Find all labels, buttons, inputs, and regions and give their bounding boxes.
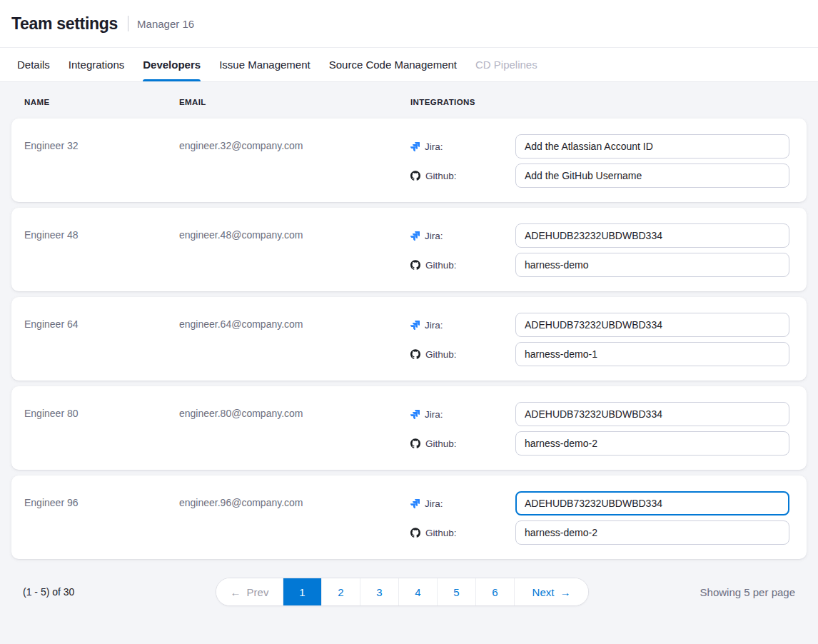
github-icon bbox=[410, 349, 420, 359]
github-icon bbox=[410, 438, 420, 448]
title-divider bbox=[128, 16, 128, 31]
github-integration-row: Github: bbox=[410, 342, 789, 366]
github-label: Github: bbox=[410, 171, 515, 181]
github-integration-row: Github: bbox=[410, 253, 789, 277]
developer-name: Engineer 32 bbox=[24, 134, 179, 191]
developer-name: Engineer 64 bbox=[24, 313, 179, 369]
github-username-input[interactable] bbox=[515, 431, 789, 456]
next-page-button[interactable]: Next → bbox=[514, 578, 588, 605]
developer-name: Engineer 80 bbox=[24, 402, 179, 458]
jira-label-text: Jira: bbox=[425, 141, 443, 152]
github-username-input[interactable] bbox=[515, 163, 789, 188]
developers-panel: NAME EMAIL INTEGRATIONS Engineer 32 engi… bbox=[0, 82, 818, 606]
developer-email: engineer.32@company.com bbox=[179, 134, 410, 191]
page-button-3[interactable]: 3 bbox=[360, 578, 398, 605]
github-label-text: Github: bbox=[425, 349, 457, 360]
integrations-cell: Jira: Github: bbox=[410, 491, 789, 548]
tab-details[interactable]: Details bbox=[17, 48, 50, 81]
jira-integration-row: Jira: bbox=[410, 313, 789, 337]
column-header-name: NAME bbox=[24, 98, 179, 106]
github-label-text: Github: bbox=[425, 438, 457, 449]
developer-name: Engineer 96 bbox=[24, 491, 179, 548]
integrations-cell: Jira: Github: bbox=[410, 402, 789, 458]
github-integration-row: Github: bbox=[410, 431, 789, 456]
developer-email: engineer.64@company.com bbox=[179, 313, 410, 369]
tab-cd-pipelines: CD Pipelines bbox=[475, 48, 537, 81]
jira-icon bbox=[410, 231, 420, 241]
github-label: Github: bbox=[410, 349, 515, 360]
pagination-bar: (1 - 5) of 30 ← Prev 1 2 3 4 5 6 Next → … bbox=[11, 559, 807, 606]
integrations-cell: Jira: Github: bbox=[410, 313, 789, 369]
right-arrow-icon: → bbox=[560, 586, 570, 598]
jira-label: Jira: bbox=[410, 141, 515, 152]
table-row: Engineer 48 engineer.48@company.com Jira… bbox=[11, 208, 807, 291]
next-label: Next bbox=[532, 586, 555, 598]
jira-account-id-input[interactable] bbox=[515, 402, 789, 426]
jira-account-id-input[interactable] bbox=[515, 313, 789, 337]
jira-icon bbox=[410, 410, 420, 419]
page-button-4[interactable]: 4 bbox=[398, 578, 437, 605]
github-username-input[interactable] bbox=[515, 520, 789, 545]
jira-label: Jira: bbox=[410, 409, 515, 420]
github-username-input[interactable] bbox=[515, 253, 789, 277]
jira-label-text: Jira: bbox=[425, 409, 443, 420]
table-row: Engineer 32 engineer.32@company.com Jira… bbox=[11, 119, 807, 202]
column-header-email: EMAIL bbox=[179, 98, 410, 106]
page-button-2[interactable]: 2 bbox=[321, 578, 360, 605]
github-label: Github: bbox=[410, 528, 515, 538]
developer-email: engineer.48@company.com bbox=[179, 223, 410, 280]
pagination-range-text: (1 - 5) of 30 bbox=[23, 586, 216, 598]
column-header-integrations: INTEGRATIONS bbox=[410, 98, 789, 106]
tab-issue-management[interactable]: Issue Management bbox=[219, 48, 310, 81]
github-icon bbox=[410, 171, 420, 181]
jira-label-text: Jira: bbox=[425, 231, 443, 241]
tab-bar: Details Integrations Developers Issue Ma… bbox=[0, 48, 818, 82]
github-label: Github: bbox=[410, 438, 515, 449]
page-title: Team settings bbox=[11, 14, 118, 34]
page-subtitle: Manager 16 bbox=[137, 18, 194, 30]
github-label-text: Github: bbox=[425, 171, 457, 181]
tab-developers[interactable]: Developers bbox=[143, 48, 201, 81]
table-row: Engineer 64 engineer.64@company.com Jira… bbox=[11, 297, 807, 381]
pager: ← Prev 1 2 3 4 5 6 Next → bbox=[216, 578, 589, 606]
tab-integrations[interactable]: Integrations bbox=[69, 48, 124, 81]
developer-rows: Engineer 32 engineer.32@company.com Jira… bbox=[11, 119, 807, 559]
jira-account-id-input[interactable] bbox=[515, 134, 789, 159]
github-label-text: Github: bbox=[425, 528, 457, 538]
jira-label-text: Jira: bbox=[425, 320, 443, 331]
integrations-cell: Jira: Github: bbox=[410, 134, 789, 191]
left-arrow-icon: ← bbox=[231, 586, 241, 598]
jira-icon bbox=[410, 499, 420, 508]
jira-integration-row: Jira: bbox=[410, 223, 789, 248]
table-column-headers: NAME EMAIL INTEGRATIONS bbox=[11, 98, 807, 106]
developer-name: Engineer 48 bbox=[24, 223, 179, 280]
jira-label: Jira: bbox=[410, 231, 515, 241]
tab-source-code-management[interactable]: Source Code Management bbox=[329, 48, 457, 81]
prev-page-button[interactable]: ← Prev bbox=[216, 578, 283, 605]
page-button-5[interactable]: 5 bbox=[437, 578, 475, 605]
jira-icon bbox=[410, 142, 420, 151]
jira-label: Jira: bbox=[410, 320, 515, 331]
github-username-input[interactable] bbox=[515, 342, 789, 366]
developer-email: engineer.96@company.com bbox=[179, 491, 410, 548]
app-header: Team settings Manager 16 bbox=[0, 0, 818, 48]
jira-integration-row: Jira: bbox=[410, 402, 789, 426]
table-row: Engineer 96 engineer.96@company.com Jira… bbox=[11, 476, 807, 559]
jira-account-id-input-focused[interactable] bbox=[515, 491, 789, 515]
jira-integration-row: Jira: bbox=[410, 491, 789, 515]
page-button-1[interactable]: 1 bbox=[283, 578, 321, 605]
github-integration-row: Github: bbox=[410, 163, 789, 188]
jira-account-id-input[interactable] bbox=[515, 223, 789, 248]
integrations-cell: Jira: Github: bbox=[410, 223, 789, 280]
developer-email: engineer.80@company.com bbox=[179, 402, 410, 458]
jira-label-text: Jira: bbox=[425, 498, 443, 509]
github-icon bbox=[410, 528, 420, 538]
table-row: Engineer 80 engineer.80@company.com Jira… bbox=[11, 386, 807, 470]
jira-integration-row: Jira: bbox=[410, 134, 789, 159]
page-button-6[interactable]: 6 bbox=[475, 578, 514, 605]
prev-label: Prev bbox=[247, 586, 269, 598]
github-label: Github: bbox=[410, 260, 515, 271]
github-integration-row: Github: bbox=[410, 520, 789, 545]
github-label-text: Github: bbox=[425, 260, 457, 271]
jira-icon bbox=[410, 321, 420, 330]
